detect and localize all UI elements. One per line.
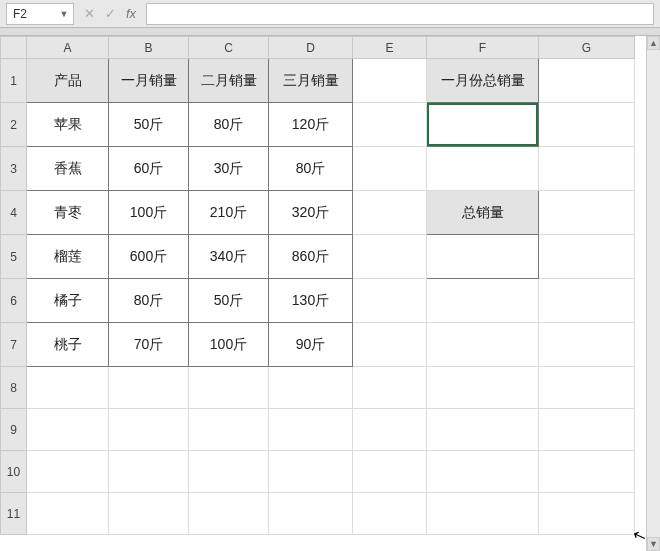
cell-G5[interactable] [539,235,635,279]
cell-G8[interactable] [539,367,635,409]
row-head-8[interactable]: 8 [1,367,27,409]
cell-D3[interactable]: 80斤 [269,147,353,191]
cell-A10[interactable] [27,451,109,493]
cell-E5[interactable] [353,235,427,279]
cell-A6[interactable]: 橘子 [27,279,109,323]
cell-D7[interactable]: 90斤 [269,323,353,367]
fx-icon[interactable]: fx [126,6,136,21]
cell-E2[interactable] [353,103,427,147]
row-head-10[interactable]: 10 [1,451,27,493]
cell-D1[interactable]: 三月销量 [269,59,353,103]
cell-F10[interactable] [427,451,539,493]
cell-A7[interactable]: 桃子 [27,323,109,367]
col-head-G[interactable]: G [539,37,635,59]
cancel-icon[interactable]: ✕ [84,6,95,21]
cell-G2[interactable] [539,103,635,147]
cell-G7[interactable] [539,323,635,367]
cell-B2[interactable]: 50斤 [109,103,189,147]
cell-E11[interactable] [353,493,427,535]
cell-A9[interactable] [27,409,109,451]
row-head-1[interactable]: 1 [1,59,27,103]
cell-E1[interactable] [353,59,427,103]
cell-F5[interactable] [427,235,539,279]
row-head-4[interactable]: 4 [1,191,27,235]
cell-B10[interactable] [109,451,189,493]
cell-E3[interactable] [353,147,427,191]
cell-B6[interactable]: 80斤 [109,279,189,323]
row-head-11[interactable]: 11 [1,493,27,535]
cell-A11[interactable] [27,493,109,535]
cell-B9[interactable] [109,409,189,451]
cell-C9[interactable] [189,409,269,451]
cell-G6[interactable] [539,279,635,323]
cell-D4[interactable]: 320斤 [269,191,353,235]
spreadsheet[interactable]: A B C D E F G 1 产品 一月销量 二月销量 三月销量 一月份总销量… [0,36,635,535]
cell-A2[interactable]: 苹果 [27,103,109,147]
cell-C3[interactable]: 30斤 [189,147,269,191]
cell-D2[interactable]: 120斤 [269,103,353,147]
cell-F11[interactable] [427,493,539,535]
cell-C8[interactable] [189,367,269,409]
name-box-dropdown-icon[interactable]: ▼ [57,6,71,22]
cell-C2[interactable]: 80斤 [189,103,269,147]
cell-G4[interactable] [539,191,635,235]
cell-F7[interactable] [427,323,539,367]
cell-A4[interactable]: 青枣 [27,191,109,235]
confirm-icon[interactable]: ✓ [105,6,116,21]
cell-F9[interactable] [427,409,539,451]
cell-F1[interactable]: 一月份总销量 [427,59,539,103]
cell-G11[interactable] [539,493,635,535]
scroll-down-icon[interactable]: ▼ [647,537,660,551]
cell-D6[interactable]: 130斤 [269,279,353,323]
cell-E4[interactable] [353,191,427,235]
col-head-A[interactable]: A [27,37,109,59]
cell-F6[interactable] [427,279,539,323]
cell-E9[interactable] [353,409,427,451]
cell-C5[interactable]: 340斤 [189,235,269,279]
cell-E8[interactable] [353,367,427,409]
cell-D11[interactable] [269,493,353,535]
cell-C7[interactable]: 100斤 [189,323,269,367]
cell-B4[interactable]: 100斤 [109,191,189,235]
col-head-C[interactable]: C [189,37,269,59]
cell-B3[interactable]: 60斤 [109,147,189,191]
cell-D5[interactable]: 860斤 [269,235,353,279]
row-head-3[interactable]: 3 [1,147,27,191]
row-head-5[interactable]: 5 [1,235,27,279]
select-all-corner[interactable] [1,37,27,59]
cell-F2-selected[interactable] [427,103,539,147]
formula-input[interactable] [146,3,654,25]
cell-C11[interactable] [189,493,269,535]
cell-G9[interactable] [539,409,635,451]
cell-B5[interactable]: 600斤 [109,235,189,279]
vertical-scrollbar[interactable]: ▲ ▼ [646,36,660,551]
cell-E7[interactable] [353,323,427,367]
cell-D10[interactable] [269,451,353,493]
cell-C10[interactable] [189,451,269,493]
cell-F4[interactable]: 总销量 [427,191,539,235]
cell-F3[interactable] [427,147,539,191]
cell-A3[interactable]: 香蕉 [27,147,109,191]
cell-F8[interactable] [427,367,539,409]
scroll-up-icon[interactable]: ▲ [647,36,660,50]
row-head-2[interactable]: 2 [1,103,27,147]
col-head-E[interactable]: E [353,37,427,59]
row-head-7[interactable]: 7 [1,323,27,367]
cell-A8[interactable] [27,367,109,409]
cell-B11[interactable] [109,493,189,535]
cell-D8[interactable] [269,367,353,409]
cell-C4[interactable]: 210斤 [189,191,269,235]
cell-A1[interactable]: 产品 [27,59,109,103]
cell-C1[interactable]: 二月销量 [189,59,269,103]
col-head-D[interactable]: D [269,37,353,59]
col-head-B[interactable]: B [109,37,189,59]
cell-A5[interactable]: 榴莲 [27,235,109,279]
cell-G10[interactable] [539,451,635,493]
row-head-9[interactable]: 9 [1,409,27,451]
cell-B1[interactable]: 一月销量 [109,59,189,103]
col-head-F[interactable]: F [427,37,539,59]
cell-D9[interactable] [269,409,353,451]
cell-C6[interactable]: 50斤 [189,279,269,323]
cell-G3[interactable] [539,147,635,191]
cell-E10[interactable] [353,451,427,493]
